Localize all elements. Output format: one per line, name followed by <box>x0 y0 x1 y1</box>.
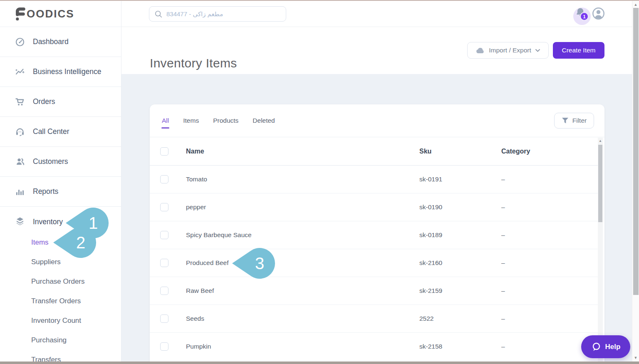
sidebar-subitem-purchase-orders[interactable]: Purchase Orders <box>0 272 121 291</box>
sidebar-item-inventory[interactable]: Inventory <box>0 211 121 233</box>
tab-deleted[interactable]: Deleted <box>252 115 275 126</box>
row-checkbox[interactable] <box>160 314 168 323</box>
sidebar-item-label: Dashboard <box>33 37 69 46</box>
page-title: Inventory Items <box>150 56 237 70</box>
filter-label: Filter <box>572 117 587 124</box>
subitem-label: Suppliers <box>31 258 61 266</box>
column-header-name: Name <box>186 148 204 155</box>
help-button[interactable]: Help <box>581 335 630 358</box>
sidebar-item-label: Inventory <box>33 218 63 226</box>
subitem-label: Transfer Orders <box>31 297 81 305</box>
subitem-label: Items <box>31 238 49 247</box>
import-export-button[interactable]: Import / Export <box>467 42 549 59</box>
scroll-up-arrow[interactable]: ▲ <box>632 2 639 7</box>
filter-button[interactable]: Filter <box>554 113 594 129</box>
scroll-up-arrow[interactable]: ▲ <box>598 139 603 143</box>
tab-items[interactable]: Items <box>183 115 199 126</box>
sidebar-subitem-inventory-count[interactable]: Inventory Count <box>0 311 121 330</box>
foodics-app: OODICS Dashboard Business Intelligence O… <box>0 0 639 364</box>
sidebar-subitem-transfer-orders[interactable]: Transfer Orders <box>0 291 121 311</box>
scroll-down-arrow[interactable]: ▼ <box>632 355 639 360</box>
user-avatar-icon[interactable] <box>592 7 605 22</box>
item-sku: sk-2158 <box>419 343 442 350</box>
item-sku: sk-0191 <box>419 176 442 183</box>
help-label: Help <box>605 343 621 351</box>
table-row[interactable]: Produced Beef sk-2160 – <box>150 249 598 277</box>
tab-all[interactable]: All <box>161 115 169 126</box>
sidebar-item-reports[interactable]: Reports <box>0 177 121 207</box>
sidebar-subitem-purchasing[interactable]: Purchasing <box>0 330 121 350</box>
sidebar-item-label: Call Center <box>33 127 69 136</box>
row-checkbox[interactable] <box>160 342 168 351</box>
sidebar-item-label: Business Intelligence <box>33 67 101 76</box>
page-header: Inventory Items Import / Export Create I… <box>121 27 639 74</box>
notification-count-badge: 1 <box>580 12 589 21</box>
table-row[interactable]: Spicy Barbeque Sauce sk-0189 – <box>150 221 598 249</box>
table-scrollbar[interactable]: ▲ <box>598 138 603 364</box>
table-row[interactable]: Tomato sk-0191 – <box>150 166 598 193</box>
logo-area: OODICS <box>0 1 121 27</box>
sidebar-subitem-transfers[interactable]: Transfers <box>0 350 121 362</box>
row-checkbox[interactable] <box>160 259 168 267</box>
page-scrollbar-thumb[interactable] <box>633 8 639 295</box>
foodics-logo[interactable]: OODICS <box>14 7 74 21</box>
topbar: 1 <box>121 1 639 27</box>
bar-chart-icon <box>15 187 25 197</box>
table-header-row: Name Sku Category <box>150 138 598 166</box>
trend-chart-icon <box>15 67 25 77</box>
table-row[interactable]: Seeds 2522 – <box>150 305 598 333</box>
sidebar-subitem-suppliers[interactable]: Suppliers <box>0 252 121 272</box>
row-checkbox[interactable] <box>160 203 168 211</box>
sidebar-item-business-intelligence[interactable]: Business Intelligence <box>0 57 121 87</box>
item-name: Pumpkin <box>186 343 211 350</box>
branch-search-box[interactable] <box>149 6 286 22</box>
logo-text: OODICS <box>27 7 74 20</box>
tabs-row: All Items Products Deleted <box>150 104 604 137</box>
subitem-label: Purchase Orders <box>31 277 85 286</box>
headset-icon <box>15 127 25 137</box>
item-category: – <box>501 231 505 239</box>
item-sku: sk-2160 <box>419 259 442 267</box>
sidebar-item-call-center[interactable]: Call Center <box>0 117 121 147</box>
tab-products[interactable]: Products <box>213 115 239 126</box>
subitem-label: Inventory Count <box>31 317 81 325</box>
sidebar-item-label: Orders <box>33 97 55 106</box>
table-row[interactable]: Pumpkin sk-2158 – <box>150 333 598 361</box>
sidebar-subitem-items[interactable]: Items <box>0 233 121 252</box>
item-name: Raw Beef <box>186 287 214 295</box>
sidebar-item-dashboard[interactable]: Dashboard <box>0 27 121 57</box>
sidebar-item-label: Customers <box>33 157 68 166</box>
item-name: Tomato <box>186 176 207 183</box>
sidebar-item-customers[interactable]: Customers <box>0 147 121 177</box>
item-sku: sk-2159 <box>419 287 442 295</box>
chevron-down-icon <box>535 49 540 52</box>
item-category: – <box>501 203 505 211</box>
item-category: – <box>501 343 505 350</box>
row-checkbox[interactable] <box>160 287 168 295</box>
sidebar-item-label: Reports <box>33 187 58 196</box>
item-sku: sk-0189 <box>419 231 442 239</box>
cloud-icon <box>476 47 485 54</box>
column-header-category: Category <box>501 148 530 155</box>
row-checkbox[interactable] <box>160 231 168 239</box>
subitem-label: Purchasing <box>31 336 67 344</box>
sidebar-item-orders[interactable]: Orders <box>0 87 121 117</box>
create-item-button[interactable]: Create Item <box>553 42 604 59</box>
table-row[interactable]: Raw Beef sk-2159 – <box>150 277 598 305</box>
page-scrollbar[interactable]: ▲ ▼ <box>632 1 639 362</box>
item-name: pepper <box>186 203 206 211</box>
window-top-edge <box>0 0 639 1</box>
item-name: Produced Beef <box>186 259 229 267</box>
item-category: – <box>501 287 505 295</box>
item-category: – <box>501 259 505 267</box>
sidebar: OODICS Dashboard Business Intelligence O… <box>0 1 121 362</box>
window-bottom-edge <box>0 362 639 364</box>
item-category: – <box>501 315 505 322</box>
row-checkbox[interactable] <box>160 175 168 183</box>
subitem-label: Transfers <box>31 356 61 362</box>
table-scrollbar-thumb[interactable] <box>598 145 602 222</box>
select-all-checkbox[interactable] <box>160 147 168 156</box>
inventory-items-card: All Items Products Deleted Filter Name S… <box>150 104 604 364</box>
search-input[interactable] <box>166 10 281 17</box>
table-row[interactable]: pepper sk-0190 – <box>150 193 598 221</box>
